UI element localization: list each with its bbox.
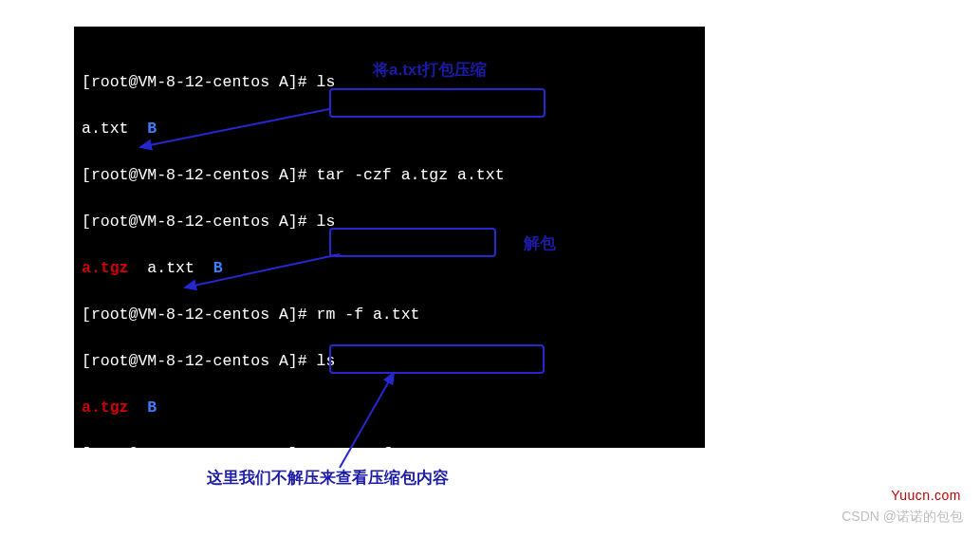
watermark-yuucn: Yuucn.com [891,488,961,503]
cmd-ls: ls [317,491,336,509]
prompt: [root@VM-8-12-centos A]# [82,306,307,324]
file-a-tgz: a.tgz [82,398,129,417]
file-a-txt: a.txt [82,120,129,138]
prompt: [root@VM-8-12-centos A]# [82,73,307,91]
annotation-pack-label: 将a.txt打包压缩 [373,59,487,81]
cmd-rm: rm -f a.txt [317,306,420,324]
dir-B: B [147,120,157,138]
terminal-window[interactable]: [root@VM-8-12-centos A]# ls a.txt B [roo… [74,27,705,448]
cmd-tar-xzf: tar -xzf a.tgz [317,445,449,463]
prompt: [root@VM-8-12-centos A]# [82,213,307,231]
annotation-view-label: 这里我们不解压来查看压缩包内容 [207,467,449,489]
prompt: [root@VM-8-12-centos A]# [82,166,307,184]
prompt: [root@VM-8-12-centos A]# [82,445,307,463]
file-a-tgz: a.tgz [82,259,129,277]
cmd-tar-czf: tar -czf a.tgz a.txt [317,166,505,184]
cmd-ls: ls [317,213,336,231]
cmd-ls: ls [317,73,336,91]
watermark-csdn: CSDN @诺诺的包包 [841,509,963,526]
prompt: [root@VM-8-12-centos A]# [82,491,307,509]
prompt: [root@VM-8-12-centos A]# [82,352,307,370]
dir-B: B [147,398,157,417]
annotation-unpack-label: 解包 [524,232,556,254]
file-a-txt: a.txt [147,259,194,277]
cmd-ls: ls [317,352,336,370]
dir-B: B [213,259,223,277]
